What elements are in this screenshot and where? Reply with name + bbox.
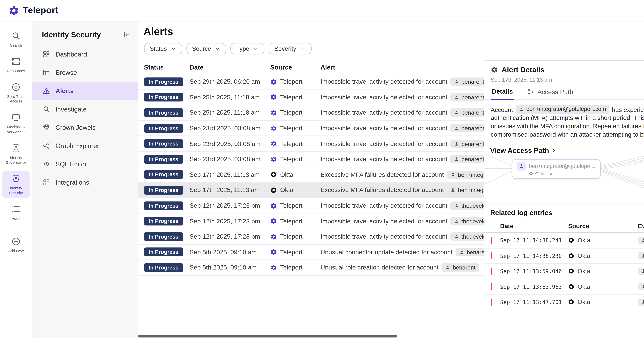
horizontal-scrollbar[interactable] <box>138 335 397 338</box>
table-row[interactable]: In Progress Sep 5th 2025, 09:10 am Telep… <box>138 245 484 260</box>
account-chip[interactable]: benarent <box>450 108 484 117</box>
rail-item-audit[interactable]: Audit <box>2 201 30 224</box>
log-event: ben+integrator@goteleport.com logged int… <box>638 283 644 290</box>
rail-item-resources[interactable]: Resources <box>2 54 30 76</box>
table-row[interactable]: In Progress Sep 17th 2025, 11:13 am Okta… <box>138 167 484 183</box>
log-row[interactable]: Sep 17 11:13:53.963 Okta ben+integrator@… <box>484 279 644 294</box>
table-row[interactable]: In Progress Sep 23rd 2025, 03:08 am Tele… <box>138 152 484 167</box>
source-cell: Teleport <box>270 264 320 271</box>
log-event: ben+integrator@goteleport.com logged int… <box>638 268 644 274</box>
okta-icon <box>270 171 277 178</box>
branch-icon <box>528 88 534 95</box>
user-icon <box>641 238 644 243</box>
account-chip[interactable]: benarent <box>450 78 484 86</box>
status-badge: In Progress <box>144 139 183 148</box>
account-chip[interactable]: benarent <box>442 264 479 272</box>
status-cell: In Progress <box>144 155 190 164</box>
account-chip[interactable]: benarent <box>450 124 484 132</box>
account-chip[interactable]: benarent <box>450 93 484 102</box>
sidebar-item-investigate[interactable]: Investigate <box>32 100 138 118</box>
filter-button[interactable]: Source <box>186 43 226 54</box>
filter-button[interactable]: Status <box>144 43 182 54</box>
status-cell: In Progress <box>144 248 190 256</box>
status-cell: In Progress <box>144 217 190 226</box>
table-row[interactable]: In Progress Sep 12th 2025, 17:23 pm Tele… <box>138 229 484 245</box>
add-new-plus-icon <box>11 236 21 246</box>
filter-button[interactable]: Type <box>230 43 264 54</box>
table-row[interactable]: In Progress Sep 17th 2025, 11:13 am Okta… <box>138 183 484 198</box>
account-chip[interactable]: ben+integrator@goteleport.com <box>447 186 484 194</box>
account-chip[interactable]: benarent <box>456 248 484 256</box>
status-badge: In Progress <box>144 124 183 132</box>
page-title: Alerts <box>144 26 484 38</box>
account-chip[interactable]: thedevelopnik <box>450 232 484 241</box>
account-chip[interactable]: ben+integrator@goteleport.com <box>638 268 644 274</box>
sidebar-item-browse[interactable]: Browse <box>32 63 138 82</box>
sidebar-item-integrations[interactable]: Integrations <box>32 173 138 192</box>
log-row[interactable]: Sep 17 11:14:38.241 Okta ben+integrator@… <box>484 233 644 248</box>
table-row[interactable]: In Progress Sep 12th 2025, 17:23 pm Tele… <box>138 214 484 229</box>
source-cell: Teleport <box>270 140 320 148</box>
log-row[interactable]: Sep 17 11:13:59.046 Okta ben+integrator@… <box>484 264 644 279</box>
teleport-gear-icon <box>8 5 19 16</box>
log-row[interactable]: Sep 17 11:14:38.230 Okta ben+integrator@… <box>484 248 644 264</box>
table-row[interactable]: In Progress Sep 12th 2025, 17:23 pm Tele… <box>138 198 484 214</box>
sidebar-item-crown-jewels[interactable]: Crown Jewels <box>32 118 138 136</box>
account-chip[interactable]: benarent <box>450 140 484 148</box>
tab-access-path[interactable]: Access Path <box>526 87 574 100</box>
rail-item-zero-trust-access[interactable]: Zero Trust Access <box>2 79 30 107</box>
account-chip[interactable]: ben+integrator@goteleport.com <box>638 237 644 244</box>
account-chip[interactable]: ben+integrator@goteleport.com <box>638 298 644 306</box>
rail-item-add-new[interactable]: Add New <box>2 234 30 256</box>
chevron-down-icon <box>215 46 220 52</box>
sidebar-item-graph-explorer[interactable]: Graph Explorer <box>32 136 138 155</box>
table-row[interactable]: In Progress Sep 25th 2025, 11:18 am Tele… <box>138 105 484 121</box>
table-row[interactable]: In Progress Sep 5th 2025, 09:10 am Telep… <box>138 260 484 276</box>
status-badge: In Progress <box>144 170 183 179</box>
date-cell: Sep 23rd 2025, 03:08 am <box>190 124 270 132</box>
rail-item-identity-security[interactable]: Identity Security <box>2 170 30 198</box>
source-cell: Okta <box>270 171 320 178</box>
rail-item-search[interactable]: Search <box>2 28 30 51</box>
teleport-icon <box>270 264 277 271</box>
account-chip[interactable]: ben+integrator@goteleport.com <box>447 170 484 179</box>
table-row[interactable]: In Progress Sep 29th 2025, 06:20 am Tele… <box>138 74 484 90</box>
sidebar-item-sql-editor[interactable]: SQL Editor <box>32 155 138 173</box>
log-row[interactable]: Sep 17 11:13:47.701 Okta ben+integrator@… <box>484 294 644 310</box>
date-cell: Sep 12th 2025, 17:23 pm <box>190 233 270 240</box>
status-cell: In Progress <box>144 124 190 132</box>
table-row[interactable]: In Progress Sep 25th 2025, 11:18 am Tele… <box>138 90 484 105</box>
user-icon <box>454 156 459 162</box>
log-source: Okta <box>568 253 638 259</box>
access-path-node-okta-user[interactable]: ben+integrator@goteleport.c... Okta User <box>512 159 600 179</box>
view-access-path-link[interactable]: View Access Path <box>490 146 557 154</box>
sidebar-item-alerts[interactable]: Alerts <box>32 82 138 100</box>
tab-details[interactable]: Details <box>491 87 514 100</box>
account-chip[interactable]: thedevelopnik <box>450 217 484 225</box>
teleport-logo[interactable]: Teleport <box>8 5 58 16</box>
chevron-down-icon <box>300 46 306 52</box>
alerts-warning-icon <box>42 87 50 95</box>
account-chip[interactable]: thedevelopnik <box>450 202 484 210</box>
account-chip[interactable]: ben+integrator@goteleport.com <box>638 283 644 290</box>
source-cell: Teleport <box>270 248 320 256</box>
status-cell: In Progress <box>144 232 190 241</box>
alert-cell: Impossible travel activity detected for … <box>320 124 484 132</box>
alert-timestamp: Sep 17th 2025, 11:13 am <box>491 76 552 83</box>
okta-icon <box>568 284 574 290</box>
filter-button[interactable]: Severity <box>269 43 312 54</box>
rail-item-identity-governance[interactable]: Identity Governance <box>2 140 30 168</box>
sidebar-item-dashboard[interactable]: Dashboard <box>32 45 138 63</box>
account-chip[interactable]: ben+integrator@goteleport.com <box>638 252 644 259</box>
rail-item-machine-workload-id[interactable]: Machine & Workload ID <box>2 110 30 138</box>
alerts-table: Status Date Source Alert In Progress Sep… <box>138 61 484 276</box>
collapse-sidebar-icon[interactable] <box>122 31 130 38</box>
log-source: Okta <box>568 268 638 274</box>
account-chip[interactable]: ben+integrator@goteleport.com <box>516 105 609 114</box>
date-cell: Sep 12th 2025, 17:23 pm <box>190 202 270 209</box>
user-icon <box>450 172 456 177</box>
account-chip[interactable]: benarent <box>450 155 484 164</box>
table-row[interactable]: In Progress Sep 23rd 2025, 03:08 am Tele… <box>138 121 484 136</box>
table-row[interactable]: In Progress Sep 23rd 2025, 03:08 am Tele… <box>138 136 484 152</box>
alerts-table-body: In Progress Sep 29th 2025, 06:20 am Tele… <box>138 74 484 276</box>
